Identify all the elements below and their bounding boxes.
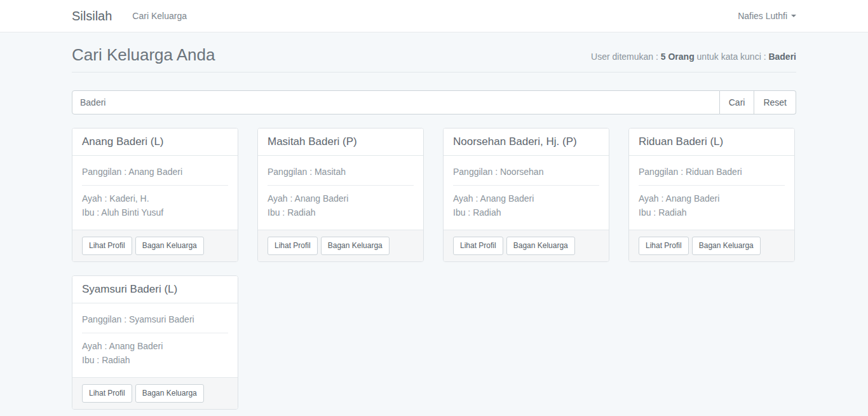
- bagan-keluarga-button[interactable]: Bagan Keluarga: [135, 384, 204, 403]
- caret-down-icon: [791, 15, 796, 17]
- lihat-profil-button[interactable]: Lihat Profil: [82, 237, 132, 255]
- person-ibu: Ibu : Radiah: [268, 206, 414, 220]
- person-card: Noorsehan Baderi, Hj. (P) Panggilan : No…: [443, 128, 609, 262]
- lihat-profil-button[interactable]: Lihat Profil: [453, 237, 503, 255]
- person-ayah: Ayah : Kaderi, H.: [82, 192, 228, 206]
- result-middle: untuk kata kunci :: [695, 52, 769, 62]
- brand-silsilah[interactable]: Silsilah: [72, 9, 112, 24]
- person-name: Riduan Baderi (L): [639, 135, 785, 149]
- bagan-keluarga-button[interactable]: Bagan Keluarga: [692, 237, 761, 255]
- person-ayah: Ayah : Anang Baderi: [639, 192, 785, 206]
- person-panggilan: Panggilan : Masitah: [268, 165, 414, 179]
- divider: [268, 185, 414, 186]
- search-result-summary: User ditemukan : 5 Orang untuk kata kunc…: [591, 52, 796, 64]
- result-prefix: User ditemukan :: [591, 52, 661, 62]
- nav-item-cari-keluarga[interactable]: Cari Keluarga: [132, 11, 187, 21]
- divider: [639, 185, 785, 186]
- person-card: Syamsuri Baderi (L) Panggilan : Syamsuri…: [72, 275, 238, 410]
- main-content: Cari Keluarga Anda User ditemukan : 5 Or…: [72, 46, 796, 416]
- person-panggilan: Panggilan : Anang Baderi: [82, 165, 228, 179]
- person-card: Riduan Baderi (L) Panggilan : Riduan Bad…: [628, 128, 795, 262]
- lihat-profil-button[interactable]: Lihat Profil: [639, 237, 689, 255]
- person-card: Anang Baderi (L) Panggilan : Anang Bader…: [72, 128, 238, 262]
- search-bar: Cari Reset: [72, 90, 796, 114]
- person-name: Syamsuri Baderi (L): [82, 282, 228, 296]
- cari-button[interactable]: Cari: [720, 90, 755, 114]
- person-ibu: Ibu : Radiah: [639, 206, 785, 220]
- bagan-keluarga-button[interactable]: Bagan Keluarga: [321, 237, 390, 255]
- divider: [82, 185, 228, 186]
- person-ayah: Ayah : Anang Baderi: [453, 192, 599, 206]
- person-panggilan: Panggilan : Syamsuri Baderi: [82, 313, 228, 327]
- user-dropdown-label: Nafies Luthfi: [738, 11, 787, 21]
- person-name: Masitah Baderi (P): [268, 135, 414, 149]
- results-grid: Anang Baderi (L) Panggilan : Anang Bader…: [72, 128, 796, 416]
- person-ayah: Ayah : Anang Baderi: [82, 340, 228, 354]
- search-input[interactable]: [72, 90, 720, 114]
- person-name: Noorsehan Baderi, Hj. (P): [453, 135, 599, 149]
- person-name: Anang Baderi (L): [82, 135, 228, 149]
- divider: [82, 333, 228, 333]
- person-card: Masitah Baderi (P) Panggilan : Masitah A…: [257, 128, 424, 262]
- navbar: Silsilah Cari Keluarga Nafies Luthfi: [0, 0, 868, 32]
- reset-button[interactable]: Reset: [754, 90, 796, 114]
- page-title: Cari Keluarga Anda: [72, 46, 215, 64]
- person-ibu: Ibu : Radiah: [82, 354, 228, 368]
- person-ayah: Ayah : Anang Baderi: [268, 192, 414, 206]
- divider: [453, 185, 599, 186]
- lihat-profil-button[interactable]: Lihat Profil: [268, 237, 318, 255]
- person-panggilan: Panggilan : Noorsehan: [453, 165, 599, 179]
- user-dropdown[interactable]: Nafies Luthfi: [738, 11, 796, 21]
- result-keyword: Baderi: [768, 52, 796, 62]
- bagan-keluarga-button[interactable]: Bagan Keluarga: [135, 237, 204, 255]
- person-ibu: Ibu : Radiah: [453, 206, 599, 220]
- person-panggilan: Panggilan : Riduan Baderi: [639, 165, 785, 179]
- lihat-profil-button[interactable]: Lihat Profil: [82, 384, 132, 403]
- page-header: Cari Keluarga Anda User ditemukan : 5 Or…: [72, 46, 796, 73]
- bagan-keluarga-button[interactable]: Bagan Keluarga: [506, 237, 575, 255]
- result-count: 5 Orang: [661, 52, 695, 62]
- person-ibu: Ibu : Aluh Binti Yusuf: [82, 206, 228, 220]
